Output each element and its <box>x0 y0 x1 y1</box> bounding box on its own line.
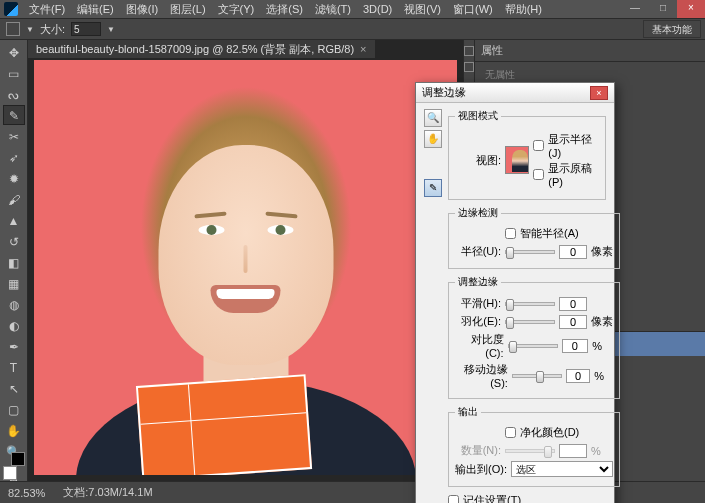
history-brush-tool[interactable]: ↺ <box>3 231 25 251</box>
show-original-label: 显示原稿 (P) <box>548 161 599 188</box>
edge-detection-group: 边缘检测 智能半径(A) 半径(U): 0 像素 <box>448 206 620 269</box>
size-label: 大小: <box>40 22 65 37</box>
text-tool[interactable]: T <box>3 357 25 377</box>
remember-checkbox[interactable] <box>448 495 459 503</box>
adjust-edge-legend: 调整边缘 <box>455 275 501 289</box>
document-area: beautiful-beauty-blond-1587009.jpg @ 82.… <box>28 40 463 481</box>
zoom-tool-icon[interactable]: 🔍 <box>424 109 442 127</box>
amount-unit: % <box>591 445 613 457</box>
menu-file[interactable]: 文件(F) <box>24 2 70 17</box>
stamp-tool[interactable]: ▲ <box>3 210 25 230</box>
view-mode-group: 视图模式 视图: 显示半径 (J) 显示原稿 (P) <box>448 109 606 200</box>
minimize-button[interactable]: — <box>621 0 649 18</box>
quick-select-tool[interactable]: ✎ <box>3 105 25 125</box>
refine-brush-icon[interactable]: ✎ <box>424 179 442 197</box>
doc-size-readout: 文档:7.03M/14.1M <box>63 485 152 500</box>
amount-value <box>559 444 587 458</box>
dodge-tool[interactable]: ◐ <box>3 315 25 335</box>
contrast-unit: % <box>592 340 613 352</box>
feather-label: 羽化(E): <box>455 314 501 329</box>
maximize-button[interactable]: □ <box>649 0 677 18</box>
zoom-readout[interactable]: 82.53% <box>8 487 45 499</box>
smooth-label: 平滑(H): <box>455 296 501 311</box>
panel-icon[interactable] <box>464 62 474 72</box>
move-tool[interactable]: ✥ <box>3 42 25 62</box>
refine-edge-dialog: 调整边缘 × 🔍 ✋ ✎ 视图模式 视图: 显示半径 (J) 显示原稿 (P) <box>415 82 615 503</box>
brush-tool[interactable]: 🖌 <box>3 189 25 209</box>
menu-image[interactable]: 图像(I) <box>121 2 163 17</box>
menu-layer[interactable]: 图层(L) <box>165 2 210 17</box>
edge-detection-legend: 边缘检测 <box>455 206 501 220</box>
menu-select[interactable]: 选择(S) <box>261 2 308 17</box>
menu-filter[interactable]: 滤镜(T) <box>310 2 356 17</box>
show-radius-checkbox[interactable] <box>533 140 544 151</box>
feather-unit: 像素 <box>591 314 613 329</box>
dialog-close-icon[interactable]: × <box>590 86 608 100</box>
radius-unit: 像素 <box>591 244 613 259</box>
remember-label: 记住设置(T) <box>463 493 521 503</box>
view-thumb[interactable] <box>505 146 529 174</box>
close-button[interactable]: × <box>677 0 705 18</box>
properties-tab-bar: 属性 <box>475 40 705 62</box>
workspace-switcher[interactable]: 基本功能 <box>643 20 701 38</box>
feather-value[interactable]: 0 <box>559 315 587 329</box>
tab-close-icon[interactable]: × <box>360 40 366 58</box>
toolbox: ✥ ▭ ᔓ ✎ ✂ ➶ ✹ 🖌 ▲ ↺ ◧ ▦ ◍ ◐ ✒ T ↖ ▢ ✋ 🔍 … <box>0 40 28 481</box>
menu-text[interactable]: 文字(Y) <box>213 2 260 17</box>
properties-tab[interactable]: 属性 <box>481 43 503 58</box>
smart-radius-checkbox[interactable] <box>505 228 516 239</box>
menu-view[interactable]: 视图(V) <box>399 2 446 17</box>
radius-value[interactable]: 0 <box>559 245 587 259</box>
marquee-tool[interactable]: ▭ <box>3 63 25 83</box>
radius-label: 半径(U): <box>455 244 501 259</box>
show-original-checkbox[interactable] <box>533 169 544 180</box>
menu-window[interactable]: 窗口(W) <box>448 2 498 17</box>
hand-tool-icon[interactable]: ✋ <box>424 130 442 148</box>
menu-bar: 文件(F) 编辑(E) 图像(I) 图层(L) 文字(Y) 选择(S) 滤镜(T… <box>0 0 705 18</box>
smart-radius-label: 智能半径(A) <box>520 226 579 241</box>
photo-content <box>34 60 457 475</box>
heal-tool[interactable]: ✹ <box>3 168 25 188</box>
crop-tool[interactable]: ✂ <box>3 126 25 146</box>
tab-title: beautiful-beauty-blond-1587009.jpg @ 82.… <box>36 40 354 58</box>
hand-tool[interactable]: ✋ <box>3 420 25 440</box>
shift-label: 移动边缘(S): <box>455 362 508 389</box>
eraser-tool[interactable]: ◧ <box>3 252 25 272</box>
lasso-tool[interactable]: ᔓ <box>3 84 25 104</box>
smooth-slider[interactable] <box>505 302 555 306</box>
output-legend: 输出 <box>455 405 481 419</box>
size-input[interactable] <box>71 22 101 36</box>
dialog-title: 调整边缘 <box>422 85 466 100</box>
menu-edit[interactable]: 编辑(E) <box>72 2 119 17</box>
decontaminate-checkbox[interactable] <box>505 427 516 438</box>
amount-slider <box>505 449 555 453</box>
amount-label: 数量(N): <box>455 443 501 458</box>
shift-unit: % <box>594 370 613 382</box>
shape-tool[interactable]: ▢ <box>3 399 25 419</box>
preset-dropdown-icon[interactable]: ▼ <box>26 25 34 34</box>
dialog-titlebar[interactable]: 调整边缘 × <box>416 83 614 103</box>
blur-tool[interactable]: ◍ <box>3 294 25 314</box>
eyedropper-tool[interactable]: ➶ <box>3 147 25 167</box>
pen-tool[interactable]: ✒ <box>3 336 25 356</box>
path-tool[interactable]: ↖ <box>3 378 25 398</box>
size-dropdown-icon[interactable]: ▼ <box>107 25 115 34</box>
window-controls: — □ × <box>621 0 705 18</box>
menu-3d[interactable]: 3D(D) <box>358 3 397 15</box>
menu-help[interactable]: 帮助(H) <box>500 2 547 17</box>
shift-slider[interactable] <box>512 374 562 378</box>
canvas[interactable] <box>34 60 457 475</box>
contrast-value[interactable]: 0 <box>562 339 589 353</box>
contrast-slider[interactable] <box>508 344 558 348</box>
output-to-select[interactable]: 选区 <box>511 461 613 477</box>
show-radius-label: 显示半径 (J) <box>548 132 599 159</box>
smooth-value[interactable]: 0 <box>559 297 587 311</box>
document-tab[interactable]: beautiful-beauty-blond-1587009.jpg @ 82.… <box>28 40 375 58</box>
shift-value[interactable]: 0 <box>566 369 590 383</box>
gradient-tool[interactable]: ▦ <box>3 273 25 293</box>
tool-preset-icon[interactable] <box>6 22 20 36</box>
output-group: 输出 净化颜色(D) 数量(N):% 输出到(O):选区 <box>448 405 620 487</box>
feather-slider[interactable] <box>505 320 555 324</box>
panel-icon[interactable] <box>464 46 474 56</box>
radius-slider[interactable] <box>505 250 555 254</box>
